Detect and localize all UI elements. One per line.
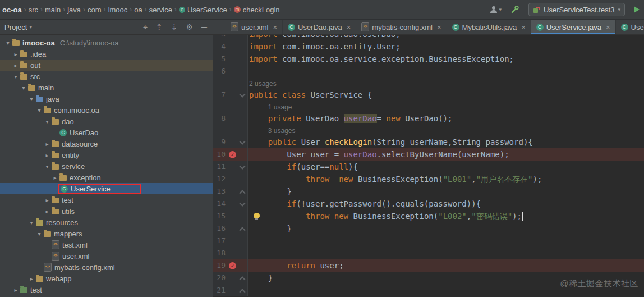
tab-MybatisUtils.java[interactable]: CMybatisUtils.java×	[447, 20, 531, 34]
code-text[interactable]: throw new BusinessException("L002","密码错误…	[248, 210, 644, 222]
chevron-down-icon[interactable]: ▾	[43, 163, 52, 170]
fold-end-icon[interactable]	[239, 227, 245, 233]
settings-icon[interactable]: ⚙	[186, 23, 194, 31]
chevron-right-icon[interactable]: ▸	[50, 175, 59, 181]
collapse-all-icon[interactable]: ⇣	[171, 23, 178, 31]
chevron-down-icon[interactable]: ▾	[27, 220, 36, 226]
code-editor[interactable]: 3import com.imooc.oa.dao.UserDao;4import…	[213, 35, 644, 297]
tab-user.xml[interactable]: <>user.xml×	[226, 20, 283, 34]
run-config-selector[interactable]: UserServiceTest.test3 ▾	[528, 3, 625, 16]
chevron-right-icon[interactable]: ▸	[43, 197, 52, 203]
code-text[interactable]: if(!user.getPassword().equals(password))…	[248, 198, 644, 210]
code-text[interactable]: User user = userDao.selectByUserName(use…	[248, 148, 644, 161]
tree-item-test[interactable]: ▸test	[0, 284, 213, 295]
usages-hint[interactable]: 1 usage	[268, 102, 292, 113]
intention-bulb-icon[interactable]	[254, 213, 260, 218]
build-tools-icon[interactable]	[510, 5, 519, 14]
code-text[interactable]: private UserDao userDao= new UserDao();	[248, 112, 644, 125]
breadcrumb-item-oc-oa[interactable]: oc-oa	[2, 6, 22, 14]
chevron-down-icon[interactable]: ▾	[19, 85, 28, 91]
run-button[interactable]	[634, 6, 640, 13]
close-icon[interactable]: ×	[437, 23, 441, 31]
chevron-down-icon[interactable]: ▾	[43, 118, 52, 125]
tree-item-test.xml[interactable]: <>test.xml	[0, 239, 213, 250]
chevron-right-icon[interactable]: ▸	[11, 51, 20, 57]
code-text[interactable]	[248, 65, 644, 77]
fold-end-icon[interactable]	[239, 190, 245, 196]
chevron-down-icon[interactable]: ▾	[27, 96, 36, 102]
code-text[interactable]: }	[248, 222, 644, 235]
chevron-down-icon[interactable]: ▾	[3, 40, 12, 46]
breadcrumb-item-java[interactable]: java	[67, 6, 81, 14]
fold-end-icon[interactable]	[239, 276, 245, 282]
tree-item-entity[interactable]: ▸entity	[0, 149, 213, 161]
chevron-right-icon[interactable]: ▸	[11, 62, 20, 68]
code-text[interactable]: public User checkLogin(String userName,S…	[248, 136, 644, 148]
tree-item-java[interactable]: ▾java	[0, 93, 213, 104]
tree-item-exception[interactable]: ▸exception	[0, 172, 213, 183]
breakpoint-icon[interactable]: ✓	[229, 151, 236, 158]
tree-item-webapp[interactable]: ▸webapp	[0, 273, 213, 284]
code-text[interactable]: import com.imooc.oa.entity.User;	[248, 40, 644, 53]
tree-item-out[interactable]: ▸out	[0, 60, 213, 71]
breadcrumb-item-src[interactable]: src	[29, 6, 38, 14]
tab-mybatis-config.xml[interactable]: <>mybatis-config.xml×	[356, 20, 447, 34]
breadcrumb-item-imooc[interactable]: imooc	[108, 6, 128, 14]
code-text[interactable]: public class UserService {	[248, 89, 644, 101]
expand-all-icon[interactable]: ⇡	[156, 23, 163, 31]
chevron-down-icon[interactable]: ▾	[35, 107, 44, 113]
tree-item-test[interactable]: ▸test	[0, 194, 213, 205]
breadcrumb-item-com[interactable]: com	[88, 6, 102, 14]
tree-item-dao[interactable]: ▾dao	[0, 116, 213, 127]
close-icon[interactable]: ×	[606, 23, 610, 31]
fold-start-icon[interactable]	[239, 138, 245, 144]
breakpoint-icon[interactable]: ✓	[229, 262, 236, 269]
breadcrumb-item-main[interactable]: main	[45, 6, 61, 14]
project-dropdown[interactable]: Project	[4, 23, 27, 31]
code-text[interactable]: throw new BusinessException("L001","用户名不…	[248, 173, 644, 185]
chevron-down-icon[interactable]: ▾	[35, 231, 44, 237]
fold-end-icon[interactable]	[239, 289, 245, 295]
chevron-right-icon[interactable]: ▸	[43, 208, 52, 214]
breadcrumb-item-checkLogin[interactable]: mcheckLogin	[234, 6, 280, 14]
code-text[interactable]: 3 usages	[248, 125, 644, 136]
tree-item-.idea[interactable]: ▸.idea	[0, 48, 213, 60]
code-text[interactable]: 2 usages	[248, 77, 644, 89]
tree-item-datasource[interactable]: ▸datasource	[0, 138, 213, 149]
tab-UserDao.java[interactable]: CUserDao.java×	[283, 20, 356, 34]
close-icon[interactable]: ×	[347, 23, 351, 31]
chevron-down-icon[interactable]: ▾	[11, 74, 20, 80]
close-icon[interactable]: ×	[521, 23, 526, 31]
usages-hint[interactable]: 2 usages	[249, 78, 277, 89]
breadcrumb-item-service[interactable]: service	[149, 6, 172, 14]
usages-hint[interactable]: 3 usages	[268, 125, 296, 136]
tree-item-mappers[interactable]: ▾mappers	[0, 228, 213, 239]
code-text[interactable]: }	[248, 185, 644, 198]
hide-icon[interactable]: ─	[201, 23, 207, 31]
fold-start-icon[interactable]	[239, 200, 245, 206]
tree-item-service[interactable]: ▾service	[0, 161, 213, 172]
tree-item-resources[interactable]: ▾resources	[0, 217, 213, 228]
tree-item-user.xml[interactable]: <>user.xml	[0, 250, 213, 262]
code-text[interactable]: import com.imooc.oa.dao.UserDao;	[248, 35, 644, 40]
breadcrumb-item-UserService[interactable]: CUserService	[179, 6, 227, 14]
tree-item-com.imooc.oa[interactable]: ▾com.imooc.oa	[0, 104, 213, 116]
chevron-right-icon[interactable]: ▸	[11, 287, 20, 293]
tree-item-src[interactable]: ▾src	[0, 71, 213, 82]
tree-item-mybatis-config.xml[interactable]: <>mybatis-config.xml	[0, 262, 213, 273]
locate-icon[interactable]: ⌖	[143, 23, 148, 31]
code-text[interactable]: import com.imooc.oa.service.exception.Bu…	[248, 53, 644, 65]
tab-UserService.java[interactable]: CUserService.java×	[531, 20, 616, 34]
fold-start-icon[interactable]	[239, 91, 245, 97]
code-text[interactable]: 1 usage	[248, 101, 644, 112]
code-text[interactable]: if(user==null){	[248, 161, 644, 173]
chevron-right-icon[interactable]: ▸	[43, 152, 52, 158]
code-text[interactable]	[248, 235, 644, 247]
user-account-button[interactable]: ▾	[489, 5, 502, 14]
fold-start-icon[interactable]	[239, 163, 245, 169]
code-text[interactable]	[248, 247, 644, 259]
tree-item-UserDao[interactable]: CUserDao	[0, 127, 213, 138]
close-icon[interactable]: ×	[273, 23, 277, 31]
code-text[interactable]: return user;	[248, 259, 644, 272]
tree-item-utils[interactable]: ▸utils	[0, 205, 213, 217]
